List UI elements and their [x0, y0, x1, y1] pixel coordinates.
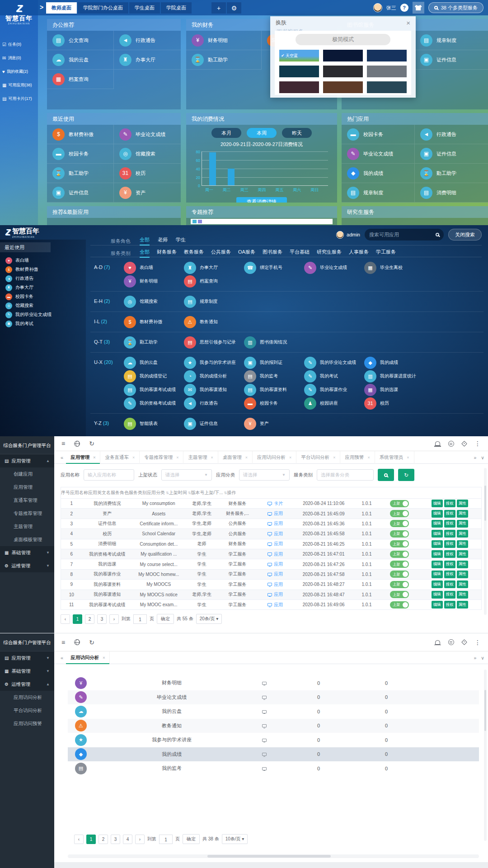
app-item[interactable]: ▬ 校园卡务	[342, 125, 415, 144]
edit-button[interactable]: 编辑	[432, 571, 443, 578]
app-item[interactable]: ◔ 我的成绩分析	[184, 369, 244, 383]
edit-button[interactable]: 编辑	[432, 540, 443, 548]
app-item[interactable]: ◆ 我的成绩	[364, 356, 424, 369]
close-icon[interactable]: ×	[406, 19, 410, 27]
sidebar-item[interactable]: ▤ 可用卡片(17)	[2, 96, 36, 102]
workspace-tab[interactable]: 主题管理	[183, 451, 218, 464]
cell-type-link[interactable]: 应用	[256, 551, 294, 557]
app-item[interactable]: ✎ 我的毕业论文成绩	[304, 356, 364, 369]
authorize-button[interactable]: 授权	[444, 500, 455, 507]
publish-toggle[interactable]: 上架	[390, 540, 409, 547]
workspace-tab[interactable]: 系统管理员	[375, 451, 414, 464]
recent-item[interactable]: ◎ 馆藏搜索	[0, 301, 86, 310]
table-row[interactable]: 9 我的慕课资料 My MOOCS 学生 学工服务 应用 2020-08-21 …	[61, 580, 481, 590]
admin-user[interactable]: admin	[336, 231, 360, 239]
app-item[interactable]: ▥ 图书借阅情况	[244, 335, 304, 349]
category-option[interactable]: OA服务	[238, 249, 255, 258]
tag-icon[interactable]	[461, 639, 467, 645]
page-size-select[interactable]: 20条/页 ▾	[196, 614, 222, 624]
theme-thumbnail[interactable]	[323, 50, 363, 61]
authorize-button[interactable]: 授权	[444, 520, 455, 528]
app-item[interactable]: ⌛ 勤工助学	[415, 164, 488, 183]
recent-item[interactable]: ▣ 我的考试	[0, 319, 86, 328]
app-item[interactable]: ⚠ 教务通知	[184, 315, 244, 329]
cell-type-link[interactable]: 应用	[256, 602, 294, 608]
app-item[interactable]: ★ 我参与的学术讲座	[184, 356, 244, 369]
theme-thumbnail[interactable]	[279, 81, 319, 93]
properties-button[interactable]: 属性	[457, 580, 468, 588]
help-icon[interactable]: ?	[400, 4, 408, 12]
refresh-icon[interactable]: ↻	[89, 440, 94, 447]
column-header[interactable]: 应用分类	[147, 490, 169, 496]
tabs-dropdown-icon[interactable]: ∨	[481, 655, 484, 660]
app-item[interactable]: ☁ 我的云盘	[124, 356, 184, 369]
theme-thumbnail[interactable]	[323, 66, 363, 77]
more-icon[interactable]: ⋮	[474, 440, 481, 447]
app-item[interactable]: $ 教材费补缴	[47, 125, 114, 144]
service-search[interactable]: 38 个多类型服务	[428, 2, 483, 13]
publish-toggle[interactable]: 上架	[390, 510, 409, 517]
horizontal-scrollbar[interactable]	[68, 854, 479, 858]
recent-item[interactable]: ✎ 我的毕业论文成绩	[0, 310, 86, 319]
search-button[interactable]	[378, 469, 394, 481]
recent-item[interactable]: ◄ 行政通告	[0, 274, 86, 283]
publish-toggle[interactable]: 上架	[390, 520, 409, 527]
globe-icon[interactable]	[74, 441, 80, 447]
status-select[interactable]: 请选择▼	[161, 469, 212, 481]
admin-menu-item[interactable]: 平台访问分析	[0, 704, 54, 717]
workspace-tab[interactable]: 平台访问分析	[296, 451, 340, 464]
confirm-button[interactable]: 确定	[183, 834, 200, 844]
table-row[interactable]: 2 资产 Assets 老师,学生 财务服务,... 应用 2020-08-21…	[61, 509, 481, 519]
vertical-scrollbar[interactable]	[484, 468, 487, 615]
notifications-icon[interactable]	[435, 640, 440, 645]
cell-type-link[interactable]: 应用	[256, 591, 294, 598]
app-item[interactable]: ▤ 我的成绩登记	[124, 369, 184, 383]
reset-refresh-button[interactable]: ↻	[398, 469, 414, 481]
column-header[interactable]: 服务类别	[129, 490, 147, 496]
theme-thumbnail[interactable]	[367, 66, 407, 77]
desktop-tab[interactable]: 学院桌面	[161, 2, 192, 14]
authorize-button[interactable]: 授权	[444, 601, 455, 609]
app-item[interactable]: ◎ 馆藏搜索	[114, 144, 181, 164]
app-item[interactable]: ✎ 我的资格考试成绩	[124, 396, 184, 410]
app-item[interactable]: ◄ 行政通告	[415, 125, 488, 144]
column-header[interactable]: 版本号	[191, 490, 204, 496]
admin-menu-item[interactable]: 应用管理	[0, 481, 54, 494]
admin-menu-item[interactable]: ⚙ 运维管理 ▲	[0, 678, 54, 691]
app-item[interactable]: ▦ 我的选课	[364, 383, 424, 396]
app-item[interactable]: ⌛ 勤工助学	[124, 335, 184, 349]
authorize-button[interactable]: 授权	[444, 571, 455, 578]
consumption-tab[interactable]: 昨天	[282, 128, 312, 138]
app-item[interactable]: ▤ 我的慕课考试成绩	[124, 383, 184, 396]
table-row[interactable]: ◆ 我的成绩 0 0	[68, 747, 479, 762]
tabs-dropdown-icon[interactable]: ∨	[481, 455, 484, 460]
authorize-button[interactable]: 授权	[444, 530, 455, 538]
page-number[interactable]: 2	[85, 614, 94, 624]
app-item[interactable]: 31 校历	[114, 164, 181, 183]
category-select[interactable]: 请选择▼	[239, 469, 290, 481]
publish-toggle[interactable]: 上架	[390, 601, 409, 609]
cell-type-link[interactable]: 应用	[256, 510, 294, 517]
app-item[interactable]: ▤ 公文查询	[47, 31, 114, 50]
user-avatar[interactable]	[373, 3, 382, 12]
properties-button[interactable]: 属性	[457, 571, 468, 578]
app-item[interactable]: ♟ 校园讲座	[304, 396, 364, 410]
authorize-button[interactable]: 授权	[444, 510, 455, 518]
next-page-icon[interactable]: ›	[109, 614, 119, 624]
app-item[interactable]: ▦ 档案查询	[47, 70, 114, 89]
admin-menu-item[interactable]: 桌面模板管理	[0, 533, 54, 546]
more-icon[interactable]: ⋮	[474, 639, 481, 646]
properties-button[interactable]: 属性	[457, 591, 468, 599]
page-number[interactable]: 3	[97, 614, 107, 624]
page-number[interactable]: 1	[73, 614, 82, 624]
column-header[interactable]: 操作	[227, 490, 236, 496]
edit-button[interactable]: 编辑	[432, 550, 443, 558]
app-item[interactable]: ▣ 证件信息	[184, 417, 244, 430]
workspace-tab[interactable]: 应用访问分析	[66, 651, 110, 664]
page-number[interactable]: 1	[86, 835, 96, 844]
consumption-tab[interactable]: 本周	[247, 128, 277, 138]
publish-toggle[interactable]: 上架	[390, 591, 409, 598]
authorize-button[interactable]: 授权	[444, 550, 455, 558]
table-row[interactable]: ★ 我参与的学术讲座 0 0	[68, 733, 479, 747]
recent-item[interactable]: ▬ 校园卡务	[0, 292, 86, 301]
